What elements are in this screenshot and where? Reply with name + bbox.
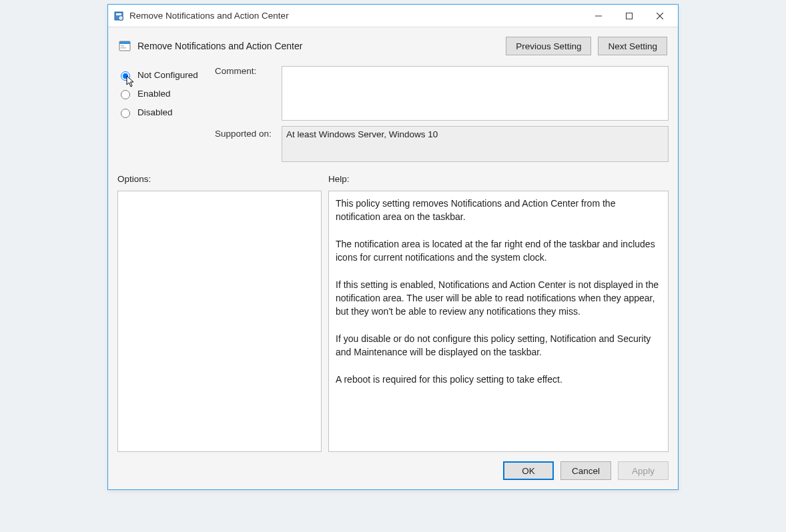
help-text: This policy setting removes Notification… <box>329 191 668 391</box>
radio-enabled[interactable]: Enabled <box>117 86 211 105</box>
app-icon <box>113 11 124 21</box>
dialog-content: Remove Notifications and Action Center P… <box>108 27 678 489</box>
header-row: Remove Notifications and Action Center P… <box>117 34 669 62</box>
radio-label: Not Configured <box>137 70 198 80</box>
help-panel[interactable]: This policy setting removes Notification… <box>328 191 669 452</box>
policy-icon <box>119 40 131 52</box>
ok-button[interactable]: OK <box>503 461 554 480</box>
svg-rect-1 <box>116 13 121 15</box>
comment-label: Comment: <box>215 66 278 76</box>
panels: This policy setting removes Notification… <box>117 191 669 452</box>
next-setting-button[interactable]: Next Setting <box>598 37 667 55</box>
radio-label: Disabled <box>137 107 173 117</box>
comment-textarea[interactable] <box>282 66 669 121</box>
svg-rect-9 <box>121 45 124 47</box>
options-panel <box>117 191 322 452</box>
cancel-button[interactable]: Cancel <box>560 461 611 480</box>
radio-not-configured[interactable]: Not Configured <box>117 67 211 86</box>
supported-on-box: At least Windows Server, Windows 10 <box>282 126 669 162</box>
state-radios: Not Configured Enabled Disabled <box>117 66 211 123</box>
previous-setting-button[interactable]: Previous Setting <box>506 37 591 55</box>
supported-on-value: At least Windows Server, Windows 10 <box>286 129 438 139</box>
section-labels: Options: Help: <box>117 174 669 184</box>
supported-on-label: Supported on: <box>215 126 278 139</box>
close-button[interactable] <box>645 6 675 26</box>
titlebar: Remove Notifications and Action Center <box>108 5 678 27</box>
options-label: Options: <box>117 174 322 184</box>
svg-rect-4 <box>627 13 633 19</box>
apply-button[interactable]: Apply <box>618 461 669 480</box>
nav-buttons: Previous Setting Next Setting <box>506 37 667 55</box>
policy-title: Remove Notifications and Action Center <box>137 41 302 51</box>
footer-buttons: OK Cancel Apply <box>117 452 669 480</box>
radio-label: Enabled <box>137 89 171 99</box>
dialog-window: Remove Notifications and Action Center <box>107 4 679 490</box>
svg-rect-8 <box>119 41 130 44</box>
radio-disabled-input[interactable] <box>121 109 130 118</box>
radio-disabled[interactable]: Disabled <box>117 105 211 123</box>
minimize-button[interactable] <box>583 6 614 26</box>
radio-enabled-input[interactable] <box>121 90 130 99</box>
window-title: Remove Notifications and Action Center <box>129 11 583 21</box>
config-grid: Not Configured Enabled Disabled Comment: <box>117 62 669 170</box>
maximize-button[interactable] <box>614 6 645 26</box>
radio-not-configured-input[interactable] <box>121 71 130 81</box>
help-label: Help: <box>328 174 350 184</box>
svg-point-2 <box>119 15 123 20</box>
window-controls <box>583 6 675 26</box>
svg-rect-10 <box>121 47 126 49</box>
